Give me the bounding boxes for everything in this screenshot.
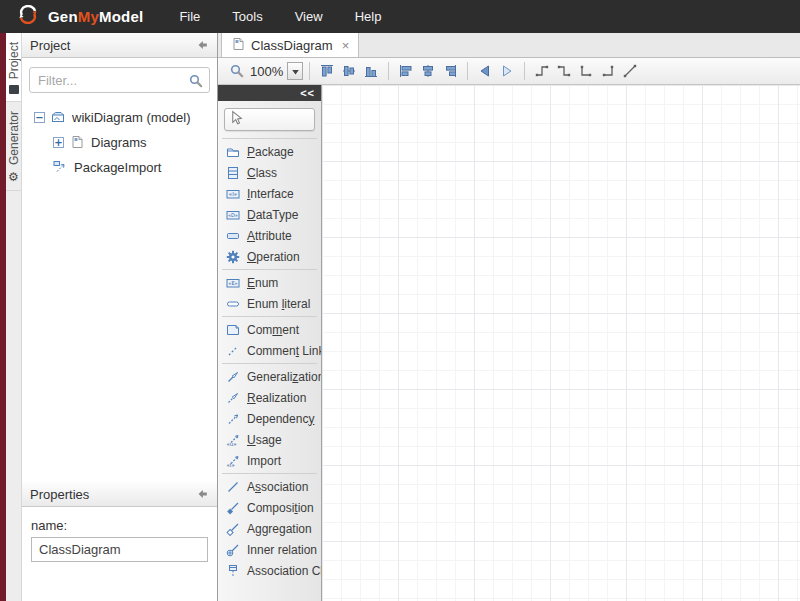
palette-item-association-cl[interactable]: Association Cl...: [218, 560, 321, 581]
usage-icon: «u»: [226, 433, 240, 447]
palette-separator: [222, 316, 317, 317]
palette-item-import[interactable]: «I»Import: [218, 450, 321, 471]
palette-separator: [222, 138, 317, 139]
comment-link-icon: [226, 344, 240, 358]
selection-tool-button[interactable]: [224, 108, 315, 131]
align-middle-button[interactable]: [338, 60, 360, 82]
palette-item-label: Operation: [247, 250, 300, 264]
diagram-canvas[interactable]: [322, 85, 800, 601]
diagram-file-icon: [70, 135, 86, 150]
palette-item-class[interactable]: Class: [218, 162, 321, 183]
collapse-left-icon[interactable]: [195, 38, 209, 52]
edge-step-up-button[interactable]: [531, 60, 553, 82]
palette-item-package[interactable]: Package: [218, 141, 321, 162]
align-left-button[interactable]: [395, 60, 417, 82]
svg-text:«E»: «E»: [228, 280, 237, 286]
align-center-button[interactable]: [417, 60, 439, 82]
palette-item-label: Generalization: [247, 370, 321, 384]
svg-text:«u»: «u»: [227, 441, 237, 447]
align-right-button[interactable]: [439, 60, 461, 82]
edge-corner-icon: [578, 63, 594, 79]
menu-view[interactable]: View: [279, 0, 339, 33]
palette-item-association[interactable]: Association: [218, 476, 321, 497]
editor-tab-bar: ClassDiagram ×: [218, 33, 800, 58]
menu-file[interactable]: File: [163, 0, 216, 33]
palette-item-label: Package: [247, 145, 294, 159]
align-bottom-button[interactable]: [360, 60, 382, 82]
palette-item-label: DataType: [247, 208, 298, 222]
edge-corner-right-button[interactable]: [597, 60, 619, 82]
palette-item-enum[interactable]: «E»Enum: [218, 272, 321, 293]
palette-item-operation[interactable]: Operation: [218, 246, 321, 267]
palette-item-comment-link[interactable]: Comment Link: [218, 340, 321, 361]
align-left-icon: [398, 63, 414, 79]
project-panel-header: Project: [22, 33, 217, 58]
palette-separator: [222, 269, 317, 270]
palette-item-dependency[interactable]: Dependency: [218, 408, 321, 429]
zoom-dropdown[interactable]: [287, 62, 303, 80]
collapse-icon[interactable]: −: [34, 112, 45, 123]
palette-item-label: Dependency: [247, 412, 314, 426]
palette-item-label: Usage: [247, 433, 282, 447]
app-logo[interactable]: GenMyModel: [0, 5, 143, 28]
package-import-icon: [53, 160, 69, 175]
palette-item-generalization[interactable]: Generalization: [218, 366, 321, 387]
properties-panel-header: Properties: [22, 482, 217, 507]
tree-item-label: wikiDiagram (model): [72, 110, 190, 125]
close-icon[interactable]: ×: [342, 39, 350, 52]
collapse-left-icon[interactable]: [195, 487, 209, 501]
name-field[interactable]: [31, 537, 208, 562]
palette-collapse-button[interactable]: <<: [218, 85, 321, 101]
edge-corner-right-icon: [600, 63, 616, 79]
palette-separator: [222, 473, 317, 474]
tree-item-label: PackageImport: [74, 160, 161, 175]
align-middle-icon: [341, 63, 357, 79]
side-tab-project[interactable]: Project: [6, 33, 21, 102]
svg-text:«I»: «I»: [229, 191, 237, 197]
palette-item-composition[interactable]: Composition: [218, 497, 321, 518]
menu-tools[interactable]: Tools: [216, 0, 278, 33]
tree-item-packageimport[interactable]: PackageImport: [22, 155, 217, 180]
palette-item-comment[interactable]: Comment: [218, 319, 321, 340]
menu-bar: FileToolsViewHelp: [163, 0, 397, 33]
side-tab-generator[interactable]: Generator⚙: [6, 102, 21, 191]
aggregation-icon: [226, 522, 240, 536]
palette-item-enum-literal[interactable]: Enum literal: [218, 293, 321, 314]
menu-help[interactable]: Help: [339, 0, 398, 33]
edge-step-down-button[interactable]: [553, 60, 575, 82]
flip-right-button[interactable]: [496, 60, 518, 82]
palette-item-label: Import: [247, 454, 281, 468]
tree-item-diagrams[interactable]: + Diagrams: [22, 130, 217, 155]
palette-item-label: Interface: [247, 187, 294, 201]
flip-left-button[interactable]: [474, 60, 496, 82]
association-icon: [226, 480, 240, 494]
palette-item-inner-relation[interactable]: Inner relation: [218, 539, 321, 560]
magnifier-icon[interactable]: [188, 73, 204, 93]
attribute-icon: [226, 229, 240, 243]
palette-item-label: Class: [247, 166, 277, 180]
palette-item-aggregation[interactable]: Aggregation: [218, 518, 321, 539]
align-top-button[interactable]: [316, 60, 338, 82]
diagram-toolbar: 100%: [218, 58, 800, 85]
tree-item-wikidiagram-model[interactable]: − wikiDiagram (model): [22, 105, 217, 130]
align-center-icon: [420, 63, 436, 79]
name-field-label: name:: [31, 518, 208, 533]
edge-corner-button[interactable]: [575, 60, 597, 82]
project-tree: − wikiDiagram (model)+ Diagrams PackageI…: [22, 97, 217, 188]
palette-item-interface[interactable]: «I»Interface: [218, 183, 321, 204]
edge-straight-button[interactable]: [619, 60, 641, 82]
magnifier-icon[interactable]: [226, 60, 248, 82]
tab-classdiagram[interactable]: ClassDiagram ×: [221, 33, 359, 57]
top-menu-bar: GenMyModel FileToolsViewHelp: [0, 0, 800, 33]
palette-item-datatype[interactable]: «D»DataType: [218, 204, 321, 225]
comment-icon: [226, 323, 240, 337]
collapse-chevrons: <<: [300, 86, 315, 100]
palette-item-usage[interactable]: «u»Usage: [218, 429, 321, 450]
palette-item-realization[interactable]: Realization: [218, 387, 321, 408]
left-panel-column: Project − wikiDiagram (model)+ Diagrams …: [22, 33, 218, 601]
editor-area: ClassDiagram × 100% <<: [218, 33, 800, 601]
filter-input[interactable]: [29, 67, 210, 93]
palette-item-attribute[interactable]: Attribute: [218, 225, 321, 246]
palette-item-label: Attribute: [247, 229, 292, 243]
expand-icon[interactable]: +: [53, 137, 64, 148]
